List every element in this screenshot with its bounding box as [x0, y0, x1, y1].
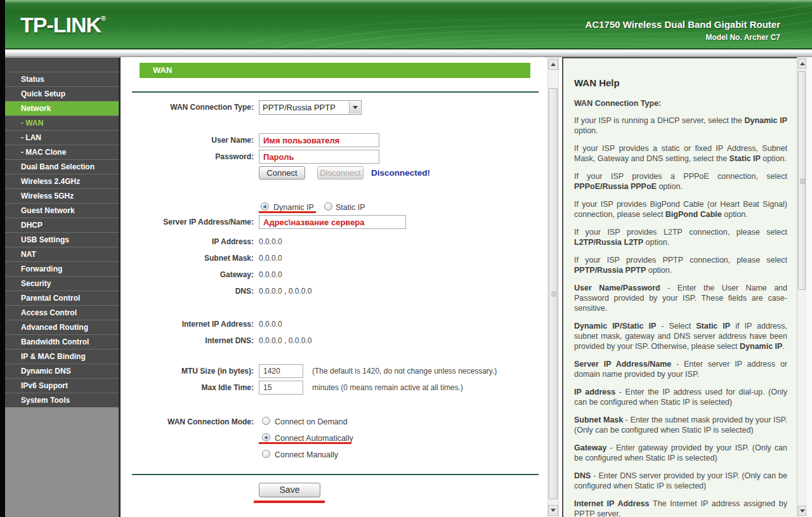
connect-on-demand-radio[interactable] — [262, 417, 270, 425]
help-paragraph: If your ISP provides BigPond Cable (or H… — [574, 199, 787, 219]
scroll-up-arrow-icon[interactable] — [798, 58, 806, 69]
sidebar-item-quick-setup[interactable]: Quick Setup — [5, 86, 119, 101]
static-ip-radio[interactable] — [324, 202, 332, 211]
scrollbar-grip-icon — [551, 294, 556, 294]
sidebar-item-usb-settings[interactable]: USB Settings — [5, 232, 119, 247]
sidebar-item-system-tools[interactable]: System Tools — [5, 393, 119, 407]
wan-connection-type-label: WAN Connection Type: — [121, 103, 254, 112]
registered-mark: ® — [101, 15, 106, 22]
header: TP-LINK® AC1750 Wireless Dual Band Gigab… — [5, 0, 812, 49]
help-panel: WAN Help WAN Connection Type: If your IS… — [562, 57, 797, 517]
wan-connection-mode-label: WAN Connection Mode: — [121, 417, 254, 426]
sidebar-item-bandwidth-control[interactable]: Bandwidth Control — [5, 334, 119, 349]
sidebar-item-wan[interactable]: - WAN — [5, 115, 119, 130]
server-address-input[interactable] — [259, 215, 406, 229]
max-idle-time-input[interactable] — [259, 381, 303, 395]
sidebar-item-wireless-2-4ghz[interactable]: Wireless 2.4GHz — [5, 174, 119, 188]
disconnect-button[interactable]: Disconnect — [317, 166, 363, 180]
sidebar-item-dhcp[interactable]: DHCP — [5, 218, 119, 232]
dynamic-ip-radio[interactable] — [261, 202, 269, 211]
sidebar-item-mac-clone[interactable]: - MAC Clone — [5, 145, 119, 159]
help-paragraphs: If your ISP is running a DHCP server, se… — [574, 115, 787, 517]
help-scrollbar-thumb[interactable] — [798, 71, 806, 290]
dns-value: 0.0.0.0 , 0.0.0.0 — [259, 287, 311, 296]
connect-manually-radio[interactable] — [262, 450, 270, 458]
static-ip-label: Static IP — [336, 203, 365, 212]
internet-dns-label: Internet DNS: — [121, 336, 254, 345]
mtu-size-input[interactable] — [259, 364, 303, 378]
username-input[interactable] — [259, 133, 379, 147]
password-input[interactable] — [259, 150, 379, 164]
help-paragraph: If your ISP provides L2TP connection, pl… — [574, 227, 787, 247]
ip-address-label: IP Address: — [121, 237, 254, 246]
tplink-logo: TP-LINK® — [20, 13, 106, 37]
help-paragraph: Dynamic IP/Static IP - Select Static IP … — [574, 321, 787, 351]
router-admin-page: TP-LINK® AC1750 Wireless Dual Band Gigab… — [0, 0, 812, 517]
save-button[interactable]: Save — [259, 483, 320, 497]
selected-connection-type: PPTP/Russia PPTP — [263, 103, 336, 112]
connect-button[interactable]: Connect — [259, 166, 305, 180]
max-idle-time-label: Max Idle Time: — [121, 383, 254, 392]
gateway-value: 0.0.0.0 — [259, 270, 282, 279]
gateway-label: Gateway: — [121, 270, 254, 279]
annotation-underline — [259, 442, 351, 444]
sidebar-item-security[interactable]: Security — [5, 276, 119, 291]
sidebar-item-network[interactable]: Network — [5, 101, 119, 115]
sidebar-nav: StatusQuick SetupNetwork- WAN- LAN- MAC … — [5, 58, 119, 407]
subnet-mask-value: 0.0.0.0 — [259, 254, 282, 263]
sidebar-item-nat[interactable]: NAT — [5, 247, 119, 261]
main-scrollbar-thumb[interactable] — [549, 88, 558, 499]
idle-note: minutes (0 means remain active at all ti… — [312, 383, 463, 392]
username-label: User Name: — [121, 136, 254, 145]
sidebar: StatusQuick SetupNetwork- WAN- LAN- MAC … — [5, 57, 121, 517]
scroll-down-arrow-icon[interactable] — [548, 505, 558, 516]
sidebar-item-access-control[interactable]: Access Control — [5, 305, 119, 320]
ip-address-value: 0.0.0.0 — [259, 237, 282, 246]
scroll-up-arrow-icon[interactable] — [548, 59, 558, 70]
help-paragraph: If your ISP provides a PPPoE connection,… — [574, 171, 787, 192]
scroll-down-arrow-icon[interactable] — [798, 506, 806, 516]
annotation-underline — [254, 501, 325, 503]
server-address-label: Server IP Address/Name: — [121, 218, 254, 226]
internet-dns-value: 0.0.0.0 , 0.0.0.0 — [259, 336, 311, 345]
bottom-divider — [132, 474, 539, 475]
main-panel: WAN WAN Connection Type: PPTP/Russia PPT… — [121, 57, 544, 517]
right-edge-sliver — [807, 57, 812, 517]
wan-connection-type-select[interactable]: PPTP/Russia PPTP — [259, 100, 362, 115]
help-paragraph: IP address - Enter the IP address used f… — [574, 387, 787, 407]
select-dropdown-arrow-icon[interactable] — [349, 101, 360, 114]
sidebar-item-forwarding[interactable]: Forwarding — [5, 261, 119, 276]
connect-manually-label: Connect Manually — [275, 450, 338, 459]
sidebar-item-parental-control[interactable]: Parental Control — [5, 291, 119, 305]
help-paragraph: DNS - Enter DNS server provided by your … — [574, 471, 787, 491]
internet-ip-label: Internet IP Address: — [121, 320, 254, 329]
sidebar-item-advanced-routing[interactable]: Advanced Routing — [5, 320, 119, 334]
internet-ip-value: 0.0.0.0 — [259, 320, 282, 329]
page-title: WAN — [140, 63, 530, 78]
help-paragraph: Server IP Address/Name - Enter server IP… — [574, 359, 787, 379]
product-title: AC1750 Wireless Dual Band Gigabit Router — [586, 19, 780, 30]
sidebar-item-ipv6-support[interactable]: IPv6 Support — [5, 378, 119, 393]
subnet-mask-label: Subnet Mask: — [121, 254, 254, 263]
sidebar-item-status[interactable]: Status — [5, 72, 119, 86]
sidebar-item-wireless-5ghz[interactable]: Wireless 5GHz — [5, 188, 119, 203]
help-paragraph: Gateway - Enter gateway provided by your… — [574, 443, 787, 463]
connect-on-demand-label: Connect on Demand — [275, 417, 348, 426]
dns-label: DNS: — [121, 287, 254, 296]
left-black-strip — [0, 0, 5, 517]
connect-automatically-radio[interactable] — [262, 433, 270, 442]
help-title: WAN Help — [574, 77, 787, 88]
help-paragraph: Subnet Mask - Enter the subnet mask prov… — [574, 415, 787, 435]
sidebar-item-lan[interactable]: - LAN — [5, 130, 119, 145]
sidebar-item-dual-band-selection[interactable]: Dual Band Selection — [5, 159, 119, 174]
help-paragraph: If your ISP provides PPTP connection, pl… — [574, 255, 787, 275]
model-number: Model No. Archer C7 — [586, 33, 780, 42]
help-subtitle: WAN Connection Type: — [574, 99, 787, 108]
sidebar-item-dynamic-dns[interactable]: Dynamic DNS — [5, 363, 119, 378]
help-paragraph: Internet IP Address The Internet IP addr… — [574, 499, 787, 517]
help-scrollbar — [797, 57, 807, 517]
sidebar-item-ip-mac-binding[interactable]: IP & MAC Binding — [5, 349, 119, 363]
dynamic-ip-label: Dynamic IP — [273, 203, 314, 212]
mtu-size-label: MTU Size (in bytes): — [121, 367, 254, 376]
sidebar-item-guest-network[interactable]: Guest Network — [5, 203, 119, 218]
